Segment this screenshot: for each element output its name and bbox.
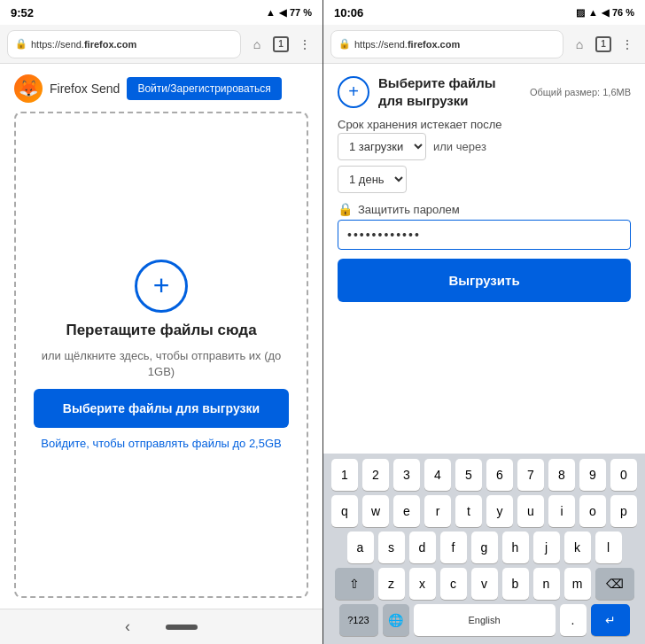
firefox-header: 🦊 Firefox Send Войти/Зарегистрироваться [14, 74, 308, 103]
nav-bar-left: ‹ [0, 609, 322, 644]
signal-icon: ▲ [266, 7, 276, 18]
drop-zone[interactable]: + Перетащите файлы сюда или щёлкните зде… [14, 112, 308, 598]
password-label: 🔒 Защитить паролем [338, 202, 631, 216]
login-link[interactable]: Войдите, чтобы отправлять файлы до 2,5GB [41, 437, 281, 450]
firefox-brand: Firefox Send [50, 81, 120, 96]
keyboard-row-q: q w e r t y u i o p [327, 495, 641, 527]
days-select[interactable]: 1 день [338, 166, 407, 193]
browser-actions-right: ⌂ 1 ⋮ [569, 34, 638, 55]
downloads-select[interactable]: 1 загрузки [338, 133, 426, 160]
key-r[interactable]: r [424, 495, 451, 527]
menu-button-right[interactable]: ⋮ [617, 34, 638, 55]
key-5[interactable]: 5 [455, 459, 482, 491]
enter-key[interactable]: ↵ [591, 604, 630, 636]
tab-count-left[interactable]: 1 [273, 36, 289, 52]
settings-section: Срок хранения истекает после 1 загрузки … [338, 118, 631, 193]
upload-button[interactable]: Выгрузить [338, 259, 631, 302]
right-panel: 10:06 ▨ ▲ ◀ 76 % 🔒 https://send.firefox.… [322, 0, 645, 644]
key-u[interactable]: u [517, 495, 544, 527]
status-bar-left: 9:52 ▲ ◀ 77 % [0, 0, 322, 25]
globe-key[interactable]: 🌐 [383, 604, 409, 636]
key-7[interactable]: 7 [517, 459, 544, 491]
cast-icon: ▨ [576, 7, 585, 19]
key-3[interactable]: 3 [393, 459, 420, 491]
firefox-logo: 🦊 [14, 74, 43, 103]
file-header-title: Выберите файлы для выгрузки [378, 74, 521, 109]
key-y[interactable]: y [486, 495, 513, 527]
keyboard-row-bottom: ?123 🌐 English . ↵ [327, 604, 641, 636]
back-button-left[interactable]: ‹ [125, 617, 130, 636]
key-8[interactable]: 8 [548, 459, 575, 491]
key-d[interactable]: d [409, 531, 436, 563]
settings-row: 1 загрузки или через [338, 133, 631, 160]
lock-icon-left: 🔒 [15, 38, 27, 50]
key-w[interactable]: w [362, 495, 389, 527]
shift-key[interactable]: ⇧ [335, 568, 374, 600]
address-bar-left[interactable]: 🔒 https://send.firefox.com [7, 30, 241, 58]
password-section: 🔒 Защитить паролем [338, 202, 631, 250]
key-z[interactable]: z [378, 568, 405, 600]
home-button-left[interactable]: ⌂ [246, 34, 268, 55]
password-input[interactable] [338, 220, 631, 250]
key-e[interactable]: e [393, 495, 420, 527]
file-size-label: Общий размер: 1,6MB [530, 87, 631, 97]
time-left: 9:52 [11, 6, 34, 19]
drop-title: Перетащите файлы сюда [66, 322, 256, 339]
key-6[interactable]: 6 [486, 459, 513, 491]
home-button-right[interactable]: ⌂ [569, 34, 590, 55]
tab-count-right[interactable]: 1 [595, 36, 611, 52]
space-key[interactable]: English [414, 604, 556, 636]
address-bar-right[interactable]: 🔒 https://send.firefox.com [330, 30, 563, 58]
key-v[interactable]: v [471, 568, 498, 600]
key-b[interactable]: b [502, 568, 529, 600]
key-p[interactable]: p [610, 495, 637, 527]
key-x[interactable]: x [409, 568, 436, 600]
expires-label: Срок хранения истекает после [338, 118, 631, 131]
browser-bar-left: 🔒 https://send.firefox.com ⌂ 1 ⋮ [0, 25, 322, 64]
status-icons-right: ▨ ▲ ◀ 76 % [576, 7, 634, 19]
key-2[interactable]: 2 [362, 459, 389, 491]
key-n[interactable]: n [533, 568, 560, 600]
key-s[interactable]: s [378, 531, 405, 563]
key-j[interactable]: j [533, 531, 560, 563]
backspace-key[interactable]: ⌫ [595, 568, 634, 600]
key-t[interactable]: t [455, 495, 482, 527]
wifi-icon: ◀ [279, 7, 286, 19]
battery-left: 77 % [290, 7, 312, 18]
home-pill-left[interactable] [166, 625, 198, 630]
sym-key[interactable]: ?123 [339, 604, 378, 636]
key-m[interactable]: m [564, 568, 591, 600]
address-text-left: https://send.firefox.com [31, 39, 136, 50]
file-header: + Выберите файлы для выгрузки Общий разм… [338, 74, 631, 109]
key-l[interactable]: l [595, 531, 622, 563]
lock-icon-right: 🔒 [338, 38, 351, 50]
key-c[interactable]: c [440, 568, 467, 600]
key-9[interactable]: 9 [579, 459, 606, 491]
browser-actions-left: ⌂ 1 ⋮ [246, 34, 315, 55]
plus-circle-sm-icon[interactable]: + [338, 76, 369, 108]
content-left: 🦊 Firefox Send Войти/Зарегистрироваться … [0, 64, 322, 609]
keyboard: 1 2 3 4 5 6 7 8 9 0 q w e r t y u i o p … [323, 454, 645, 644]
key-o[interactable]: o [579, 495, 606, 527]
key-1[interactable]: 1 [331, 459, 358, 491]
key-q[interactable]: q [331, 495, 358, 527]
key-4[interactable]: 4 [424, 459, 451, 491]
key-h[interactable]: h [502, 531, 529, 563]
select-files-button[interactable]: Выберите файлы для выгрузки [34, 389, 289, 428]
left-panel: 9:52 ▲ ◀ 77 % 🔒 https://send.firefox.com… [0, 0, 322, 644]
login-button[interactable]: Войти/Зарегистрироваться [127, 77, 281, 100]
plus-circle-icon: + [135, 260, 188, 313]
status-icons-left: ▲ ◀ 77 % [266, 7, 312, 19]
battery-right: 76 % [612, 7, 634, 18]
keyboard-row-a: a s d f g h j k l [327, 531, 641, 563]
period-key[interactable]: . [560, 604, 587, 636]
menu-button-left[interactable]: ⋮ [294, 34, 315, 55]
key-f[interactable]: f [440, 531, 467, 563]
key-a[interactable]: a [347, 531, 374, 563]
key-k[interactable]: k [564, 531, 591, 563]
key-i[interactable]: i [548, 495, 575, 527]
key-0[interactable]: 0 [610, 459, 637, 491]
key-g[interactable]: g [471, 531, 498, 563]
or-text: или через [433, 140, 486, 153]
content-right: + Выберите файлы для выгрузки Общий разм… [323, 64, 645, 454]
